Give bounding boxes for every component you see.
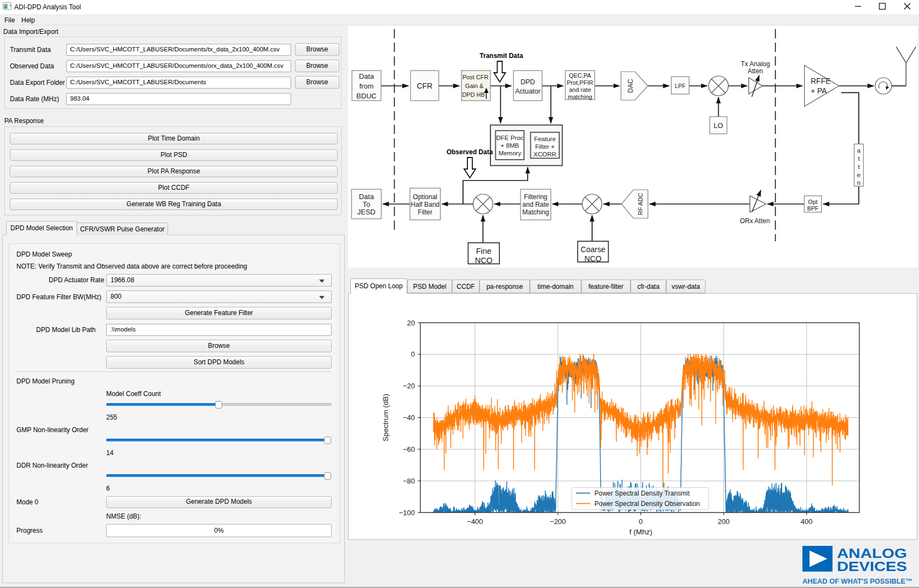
svg-text:Matching: Matching <box>522 208 549 216</box>
svg-text:DAC: DAC <box>627 79 634 93</box>
svg-text:+ 8MB: + 8MB <box>501 142 519 149</box>
svg-text:ORx Atten: ORx Atten <box>740 217 770 225</box>
svg-text:QEC,PA: QEC,PA <box>569 72 591 79</box>
svg-text:0: 0 <box>639 517 643 526</box>
svg-text:Power Spectral Density Observa: Power Spectral Density Observation <box>594 500 700 508</box>
svg-text:matching: matching <box>568 94 592 100</box>
svg-text:Memory: Memory <box>499 150 522 156</box>
svg-text:Tx Analog: Tx Analog <box>741 60 770 68</box>
svg-text:a: a <box>857 147 861 154</box>
svg-text:DFE Proc: DFE Proc <box>496 135 523 141</box>
svg-text:Data: Data <box>359 193 374 201</box>
svg-text:Data: Data <box>359 72 374 80</box>
svg-text:from: from <box>360 82 374 90</box>
svg-text:XCORR: XCORR <box>534 151 557 158</box>
svg-text:DPD: DPD <box>521 78 535 86</box>
svg-text:Prot,PFIR: Prot,PFIR <box>567 79 593 86</box>
svg-text:RFFE: RFFE <box>811 77 831 85</box>
svg-text:0: 0 <box>411 350 415 358</box>
svg-text:n: n <box>857 179 860 186</box>
svg-text:To: To <box>363 200 371 208</box>
svg-text:Atten: Atten <box>748 67 763 75</box>
svg-text:Optional: Optional <box>413 193 437 201</box>
svg-text:−100: −100 <box>399 509 415 517</box>
svg-text:400: 400 <box>801 517 813 526</box>
svg-text:AHEAD OF WHAT'S POSSIBLE™: AHEAD OF WHAT'S POSSIBLE™ <box>802 578 912 585</box>
svg-text:and rate: and rate <box>569 86 591 93</box>
svg-text:−40: −40 <box>403 414 415 422</box>
svg-text:NCO: NCO <box>585 254 602 263</box>
svg-text:NCO: NCO <box>475 256 493 265</box>
svg-text:Filtering: Filtering <box>524 193 547 201</box>
svg-text:Post CFR: Post CFR <box>463 74 489 80</box>
svg-text:Observed Data: Observed Data <box>447 148 493 156</box>
svg-text:Feature: Feature <box>534 136 556 142</box>
svg-text:JESD: JESD <box>357 208 375 216</box>
svg-text:DPD HB: DPD HB <box>462 91 485 98</box>
svg-text:BDUC: BDUC <box>356 92 377 100</box>
svg-text:RF ADC: RF ADC <box>637 193 644 215</box>
svg-text:+ PA: + PA <box>811 86 827 95</box>
svg-text:Power Spectral Density Transmi: Power Spectral Density Transmit <box>594 490 690 497</box>
svg-text:−20: −20 <box>403 382 415 390</box>
svg-text:f (Mhz): f (Mhz) <box>629 528 652 536</box>
svg-text:Filter: Filter <box>418 208 432 216</box>
svg-text:and Rate: and Rate <box>522 201 549 208</box>
svg-text:LO: LO <box>714 121 723 130</box>
svg-text:Half Band: Half Band <box>411 201 440 208</box>
svg-text:DEVICES: DEVICES <box>837 560 907 574</box>
svg-text:LPF: LPF <box>675 83 685 89</box>
svg-text:BPF: BPF <box>807 205 818 212</box>
svg-text:Gain &: Gain & <box>465 83 484 89</box>
svg-text:Transmit Data: Transmit Data <box>479 52 523 60</box>
svg-text:Fine: Fine <box>476 247 492 255</box>
svg-text:200: 200 <box>718 517 730 526</box>
svg-text:−200: −200 <box>550 517 566 526</box>
svg-text:−80: −80 <box>403 477 415 485</box>
svg-text:Opt: Opt <box>808 199 818 205</box>
svg-text:ANALOG: ANALOG <box>837 546 907 561</box>
svg-text:CFR: CFR <box>417 81 432 90</box>
svg-text:−400: −400 <box>467 517 483 526</box>
svg-text:Actuator: Actuator <box>515 88 541 95</box>
svg-text:Spectrum (dB): Spectrum (dB) <box>382 394 390 441</box>
svg-text:20: 20 <box>407 319 415 327</box>
svg-text:−60: −60 <box>403 445 415 453</box>
svg-text:Coarse: Coarse <box>581 245 605 254</box>
svg-text:e: e <box>857 172 860 178</box>
svg-text:Filter +: Filter + <box>535 143 555 150</box>
